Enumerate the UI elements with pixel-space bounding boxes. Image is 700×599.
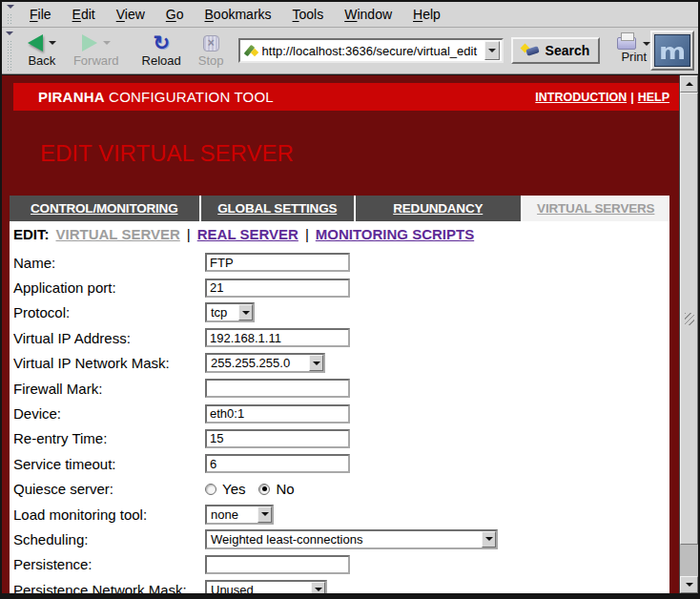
- dropdown-arrow-icon: [261, 512, 269, 520]
- menu-items: FileEditViewGoBookmarksToolsWindowHelp: [19, 2, 451, 27]
- form-row-virtual-ip-address: Virtual IP Address:: [13, 325, 669, 350]
- firewall-mark-input[interactable]: [205, 379, 350, 398]
- dropdown-arrow-icon: [313, 361, 320, 369]
- reload-button[interactable]: ↻ Reload: [137, 31, 186, 70]
- load-monitoring-tool-select[interactable]: none: [205, 505, 274, 525]
- tab-control-monitoring[interactable]: CONTROL/MONITORING: [10, 196, 199, 221]
- scroll-up-button[interactable]: [680, 75, 698, 93]
- virtual-ip-address-input[interactable]: [205, 328, 350, 347]
- re-entry-time-input[interactable]: [205, 429, 350, 448]
- dropdown-arrow-button[interactable]: [482, 531, 496, 547]
- load-monitoring-tool-label: Load monitoring tool:: [13, 506, 205, 523]
- form-row-quiesce-server: Quiesce server:YesNo: [13, 477, 669, 502]
- back-dropdown-caret-icon[interactable]: [49, 41, 56, 49]
- header-link-separator: |: [627, 91, 638, 104]
- dropdown-arrow-button[interactable]: [238, 304, 253, 320]
- quiesce-server-yes-radio[interactable]: [205, 484, 216, 495]
- stop-button[interactable]: × Stop: [194, 31, 229, 70]
- menubar-item-help[interactable]: Help: [402, 4, 451, 25]
- menubar-item-tools[interactable]: Tools: [282, 4, 335, 25]
- forward-button-label: Forward: [73, 53, 119, 68]
- form-row-persistence: Persistence:: [13, 552, 669, 577]
- subnav-link-monitoring-scripts[interactable]: MONITORING SCRIPTS: [316, 226, 474, 242]
- url-input[interactable]: http://localhost:3636/secure/virtual_edi…: [262, 44, 484, 58]
- scroll-down-button[interactable]: [680, 576, 698, 593]
- form-row-service-timeout: Service timeout:: [13, 451, 669, 476]
- toolbar-grippy-handle[interactable]: [4, 31, 16, 72]
- form-row-scheduling: Scheduling:Weighted least-connections: [13, 527, 669, 551]
- scheduling-select[interactable]: Weighted least-connections: [205, 529, 498, 549]
- dropdown-arrow-button[interactable]: [257, 506, 272, 523]
- persistence-label: Persistence:: [13, 556, 205, 572]
- menubar-item-file[interactable]: File: [19, 4, 62, 25]
- flashlight-search-icon: [522, 44, 540, 57]
- back-button-label: Back: [28, 53, 55, 68]
- device-label: Device:: [13, 405, 205, 422]
- virtual-ip-network-mask-select[interactable]: 255.255.255.0: [205, 353, 325, 373]
- mozilla-logo-button[interactable]: m: [650, 31, 694, 71]
- subnav-prefix: EDIT:: [13, 226, 50, 242]
- url-dropdown-button[interactable]: [484, 41, 500, 60]
- forward-button[interactable]: Forward: [69, 31, 124, 70]
- form-row-load-monitoring-tool: Load monitoring tool:none: [13, 502, 669, 527]
- print-dropdown-caret-icon[interactable]: [643, 42, 650, 50]
- grippy-dots-icon: [7, 40, 13, 72]
- header-links: INTRODUCTION|HELP: [535, 91, 669, 104]
- scrollbar-thumb[interactable]: [680, 93, 698, 545]
- navigation-toolbar: Back Forward ↻ Reload × Stop http://loca…: [2, 28, 698, 74]
- subnav-separator: |: [180, 226, 197, 242]
- firewall-mark-label: Firewall Mark:: [13, 381, 205, 397]
- re-entry-time-label: Re-entry Time:: [13, 430, 205, 446]
- vertical-scrollbar[interactable]: [679, 75, 698, 593]
- menubar-grippy-handle[interactable]: [4, 4, 16, 25]
- scrollbar-track[interactable]: [680, 93, 698, 576]
- dropdown-arrow-button[interactable]: [311, 582, 325, 593]
- subnav-link-real-server[interactable]: REAL SERVER: [197, 226, 299, 242]
- header-link-introduction[interactable]: INTRODUCTION: [535, 91, 627, 104]
- menubar-item-edit[interactable]: Edit: [62, 4, 106, 25]
- reload-button-label: Reload: [142, 53, 181, 68]
- arrow-down-icon: [686, 583, 693, 590]
- thumb-grip-icon: [685, 313, 694, 325]
- scheduling-label: Scheduling:: [13, 531, 205, 547]
- page-title: EDIT VIRTUAL SERVER: [40, 140, 679, 167]
- menubar-item-window[interactable]: Window: [334, 4, 402, 25]
- grippy-dots-icon: [7, 13, 13, 25]
- form-row-re-entry-time: Re-entry Time:: [13, 426, 669, 451]
- device-input[interactable]: [205, 404, 350, 423]
- print-button[interactable]: Print: [617, 37, 650, 64]
- subnav-link-virtual-server[interactable]: VIRTUAL SERVER: [56, 226, 180, 242]
- virtual-ip-address-label: Virtual IP Address:: [13, 330, 205, 346]
- service-timeout-input[interactable]: [205, 454, 350, 473]
- menubar-item-view[interactable]: View: [106, 4, 155, 25]
- protocol-select-value: tcp: [207, 304, 238, 320]
- content-panel: CONTROL/MONITORINGGLOBAL SETTINGSREDUNDA…: [10, 196, 669, 593]
- persistence-network-mask-select[interactable]: Unused: [205, 580, 327, 593]
- forward-dropdown-caret-icon: [103, 41, 111, 49]
- protocol-select[interactable]: tcp: [205, 302, 255, 322]
- quiesce-server-no-radio[interactable]: [258, 484, 270, 495]
- form-row-name: Name:: [13, 250, 669, 275]
- no-radio-label: No: [276, 481, 294, 497]
- tab-virtual-servers[interactable]: VIRTUAL SERVERS: [523, 196, 670, 221]
- print-button-label: Print: [621, 50, 647, 64]
- tab-global-settings[interactable]: GLOBAL SETTINGS: [201, 196, 355, 221]
- menubar-item-go[interactable]: Go: [155, 4, 195, 25]
- dropdown-arrow-button[interactable]: [309, 355, 323, 371]
- back-button[interactable]: Back: [23, 31, 61, 70]
- tab-redundancy[interactable]: REDUNDANCY: [356, 196, 521, 221]
- application-port-input[interactable]: [205, 279, 350, 298]
- tab-bar: CONTROL/MONITORINGGLOBAL SETTINGSREDUNDA…: [10, 196, 669, 221]
- app-title-bold: PIRANHA: [38, 89, 105, 105]
- dropdown-arrow-icon: [242, 311, 250, 319]
- browser-window: FileEditViewGoBookmarksToolsWindowHelp B…: [0, 0, 700, 599]
- arrow-up-icon: [686, 78, 693, 86]
- window-bottom-border: [2, 593, 698, 599]
- menubar-item-bookmarks[interactable]: Bookmarks: [195, 4, 282, 25]
- persistence-input[interactable]: [205, 555, 350, 574]
- printer-icon: [617, 37, 636, 50]
- search-button[interactable]: Search: [511, 37, 601, 64]
- name-input[interactable]: [205, 253, 350, 272]
- back-arrow-icon: [28, 34, 43, 52]
- header-link-help[interactable]: HELP: [638, 91, 669, 104]
